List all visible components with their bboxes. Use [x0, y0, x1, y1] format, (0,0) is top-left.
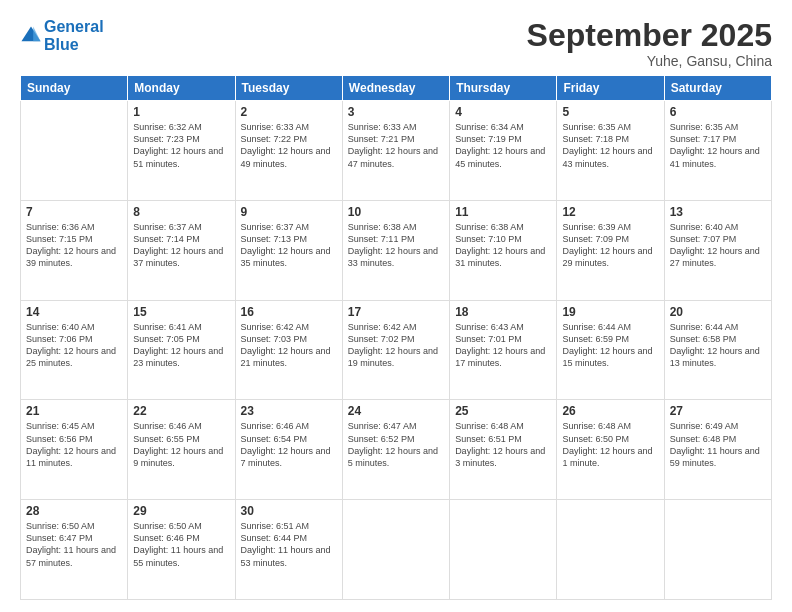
calendar-header-row: SundayMondayTuesdayWednesdayThursdayFrid… [21, 76, 772, 101]
calendar-cell: 20Sunrise: 6:44 AMSunset: 6:58 PMDayligh… [664, 300, 771, 400]
day-number: 13 [670, 205, 766, 219]
day-info: Sunrise: 6:50 AMSunset: 6:47 PMDaylight:… [26, 520, 122, 569]
day-info: Sunrise: 6:45 AMSunset: 6:56 PMDaylight:… [26, 420, 122, 469]
day-number: 15 [133, 305, 229, 319]
calendar-header-sunday: Sunday [21, 76, 128, 101]
day-number: 4 [455, 105, 551, 119]
calendar-cell: 17Sunrise: 6:42 AMSunset: 7:02 PMDayligh… [342, 300, 449, 400]
page: General Blue September 2025 Yuhe, Gansu,… [0, 0, 792, 612]
calendar-table: SundayMondayTuesdayWednesdayThursdayFrid… [20, 75, 772, 600]
calendar-cell: 5Sunrise: 6:35 AMSunset: 7:18 PMDaylight… [557, 101, 664, 201]
calendar-cell: 1Sunrise: 6:32 AMSunset: 7:23 PMDaylight… [128, 101, 235, 201]
day-info: Sunrise: 6:40 AMSunset: 7:07 PMDaylight:… [670, 221, 766, 270]
calendar-cell: 28Sunrise: 6:50 AMSunset: 6:47 PMDayligh… [21, 500, 128, 600]
calendar-week-4: 28Sunrise: 6:50 AMSunset: 6:47 PMDayligh… [21, 500, 772, 600]
calendar-cell: 22Sunrise: 6:46 AMSunset: 6:55 PMDayligh… [128, 400, 235, 500]
day-number: 25 [455, 404, 551, 418]
svg-marker-1 [33, 26, 40, 41]
calendar-cell [557, 500, 664, 600]
calendar-cell [342, 500, 449, 600]
day-info: Sunrise: 6:35 AMSunset: 7:18 PMDaylight:… [562, 121, 658, 170]
day-number: 28 [26, 504, 122, 518]
day-number: 19 [562, 305, 658, 319]
day-number: 11 [455, 205, 551, 219]
day-info: Sunrise: 6:44 AMSunset: 6:59 PMDaylight:… [562, 321, 658, 370]
day-number: 29 [133, 504, 229, 518]
day-info: Sunrise: 6:51 AMSunset: 6:44 PMDaylight:… [241, 520, 337, 569]
calendar-cell: 16Sunrise: 6:42 AMSunset: 7:03 PMDayligh… [235, 300, 342, 400]
day-number: 6 [670, 105, 766, 119]
calendar-week-0: 1Sunrise: 6:32 AMSunset: 7:23 PMDaylight… [21, 101, 772, 201]
calendar-cell [450, 500, 557, 600]
logo-text: General Blue [44, 18, 104, 53]
logo: General Blue [20, 18, 104, 53]
calendar-cell [664, 500, 771, 600]
calendar-cell: 3Sunrise: 6:33 AMSunset: 7:21 PMDaylight… [342, 101, 449, 201]
logo-general: General [44, 18, 104, 35]
calendar-cell: 26Sunrise: 6:48 AMSunset: 6:50 PMDayligh… [557, 400, 664, 500]
day-number: 9 [241, 205, 337, 219]
day-info: Sunrise: 6:39 AMSunset: 7:09 PMDaylight:… [562, 221, 658, 270]
calendar-header-friday: Friday [557, 76, 664, 101]
day-info: Sunrise: 6:33 AMSunset: 7:21 PMDaylight:… [348, 121, 444, 170]
calendar-cell: 30Sunrise: 6:51 AMSunset: 6:44 PMDayligh… [235, 500, 342, 600]
day-info: Sunrise: 6:38 AMSunset: 7:11 PMDaylight:… [348, 221, 444, 270]
calendar-header-tuesday: Tuesday [235, 76, 342, 101]
day-info: Sunrise: 6:48 AMSunset: 6:51 PMDaylight:… [455, 420, 551, 469]
day-info: Sunrise: 6:50 AMSunset: 6:46 PMDaylight:… [133, 520, 229, 569]
calendar-cell: 14Sunrise: 6:40 AMSunset: 7:06 PMDayligh… [21, 300, 128, 400]
day-info: Sunrise: 6:47 AMSunset: 6:52 PMDaylight:… [348, 420, 444, 469]
calendar-cell: 7Sunrise: 6:36 AMSunset: 7:15 PMDaylight… [21, 200, 128, 300]
day-info: Sunrise: 6:42 AMSunset: 7:02 PMDaylight:… [348, 321, 444, 370]
calendar-header-thursday: Thursday [450, 76, 557, 101]
day-info: Sunrise: 6:44 AMSunset: 6:58 PMDaylight:… [670, 321, 766, 370]
calendar-cell: 29Sunrise: 6:50 AMSunset: 6:46 PMDayligh… [128, 500, 235, 600]
calendar-cell: 12Sunrise: 6:39 AMSunset: 7:09 PMDayligh… [557, 200, 664, 300]
calendar-cell [21, 101, 128, 201]
calendar-header-wednesday: Wednesday [342, 76, 449, 101]
calendar-cell: 25Sunrise: 6:48 AMSunset: 6:51 PMDayligh… [450, 400, 557, 500]
calendar-cell: 13Sunrise: 6:40 AMSunset: 7:07 PMDayligh… [664, 200, 771, 300]
day-number: 5 [562, 105, 658, 119]
day-number: 27 [670, 404, 766, 418]
calendar-week-2: 14Sunrise: 6:40 AMSunset: 7:06 PMDayligh… [21, 300, 772, 400]
day-number: 2 [241, 105, 337, 119]
day-number: 16 [241, 305, 337, 319]
calendar-cell: 23Sunrise: 6:46 AMSunset: 6:54 PMDayligh… [235, 400, 342, 500]
calendar-cell: 27Sunrise: 6:49 AMSunset: 6:48 PMDayligh… [664, 400, 771, 500]
day-info: Sunrise: 6:41 AMSunset: 7:05 PMDaylight:… [133, 321, 229, 370]
calendar-cell: 18Sunrise: 6:43 AMSunset: 7:01 PMDayligh… [450, 300, 557, 400]
day-number: 3 [348, 105, 444, 119]
logo-blue: Blue [44, 36, 79, 53]
calendar-header-saturday: Saturday [664, 76, 771, 101]
calendar-cell: 11Sunrise: 6:38 AMSunset: 7:10 PMDayligh… [450, 200, 557, 300]
calendar-cell: 15Sunrise: 6:41 AMSunset: 7:05 PMDayligh… [128, 300, 235, 400]
day-number: 17 [348, 305, 444, 319]
header: General Blue September 2025 Yuhe, Gansu,… [20, 18, 772, 69]
day-info: Sunrise: 6:43 AMSunset: 7:01 PMDaylight:… [455, 321, 551, 370]
title-block: September 2025 Yuhe, Gansu, China [527, 18, 772, 69]
calendar-cell: 10Sunrise: 6:38 AMSunset: 7:11 PMDayligh… [342, 200, 449, 300]
day-info: Sunrise: 6:33 AMSunset: 7:22 PMDaylight:… [241, 121, 337, 170]
day-info: Sunrise: 6:48 AMSunset: 6:50 PMDaylight:… [562, 420, 658, 469]
calendar-week-1: 7Sunrise: 6:36 AMSunset: 7:15 PMDaylight… [21, 200, 772, 300]
day-number: 30 [241, 504, 337, 518]
day-info: Sunrise: 6:40 AMSunset: 7:06 PMDaylight:… [26, 321, 122, 370]
calendar-cell: 4Sunrise: 6:34 AMSunset: 7:19 PMDaylight… [450, 101, 557, 201]
day-number: 10 [348, 205, 444, 219]
calendar-cell: 19Sunrise: 6:44 AMSunset: 6:59 PMDayligh… [557, 300, 664, 400]
main-title: September 2025 [527, 18, 772, 53]
day-number: 22 [133, 404, 229, 418]
day-info: Sunrise: 6:49 AMSunset: 6:48 PMDaylight:… [670, 420, 766, 469]
day-info: Sunrise: 6:36 AMSunset: 7:15 PMDaylight:… [26, 221, 122, 270]
calendar-cell: 21Sunrise: 6:45 AMSunset: 6:56 PMDayligh… [21, 400, 128, 500]
day-info: Sunrise: 6:37 AMSunset: 7:13 PMDaylight:… [241, 221, 337, 270]
day-info: Sunrise: 6:46 AMSunset: 6:54 PMDaylight:… [241, 420, 337, 469]
day-info: Sunrise: 6:46 AMSunset: 6:55 PMDaylight:… [133, 420, 229, 469]
day-number: 1 [133, 105, 229, 119]
day-number: 18 [455, 305, 551, 319]
calendar-week-3: 21Sunrise: 6:45 AMSunset: 6:56 PMDayligh… [21, 400, 772, 500]
calendar-cell: 6Sunrise: 6:35 AMSunset: 7:17 PMDaylight… [664, 101, 771, 201]
subtitle: Yuhe, Gansu, China [527, 53, 772, 69]
calendar-header-monday: Monday [128, 76, 235, 101]
